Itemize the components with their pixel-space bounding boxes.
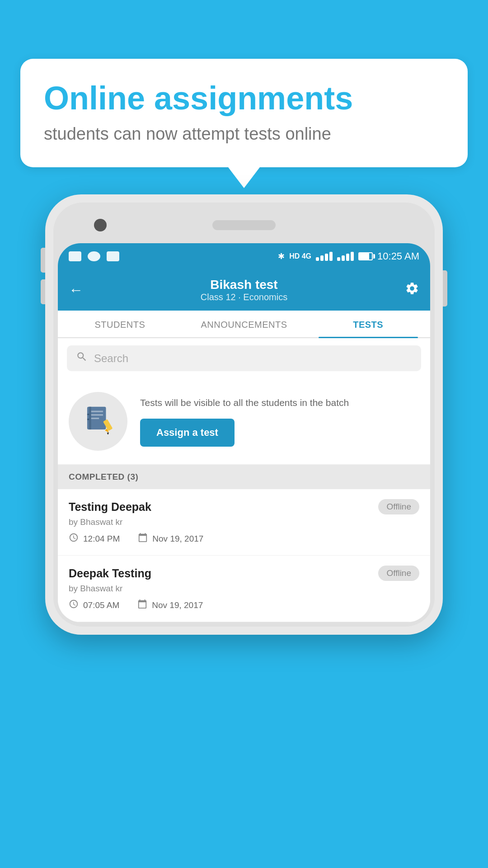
- signal-bar-7: [346, 254, 349, 261]
- search-placeholder: Search: [94, 352, 128, 365]
- test-date: Nov 19, 2017: [152, 534, 203, 544]
- app-icon-1: [69, 251, 81, 261]
- camera: [94, 219, 107, 231]
- assign-content: Tests will be visible to all the student…: [140, 396, 419, 446]
- svg-rect-3: [91, 414, 103, 415]
- assign-section: Tests will be visible to all the student…: [58, 378, 430, 465]
- meta-time: 12:04 PM: [69, 533, 120, 545]
- tab-students[interactable]: STUDENTS: [58, 311, 182, 337]
- signal-bar-1: [316, 257, 319, 261]
- volume-down-button[interactable]: [41, 279, 45, 304]
- svg-rect-1: [89, 407, 91, 429]
- status-bar: ✱ HD 4G: [58, 243, 430, 269]
- calendar-icon: [137, 599, 147, 612]
- app-bar-center: Bikash test Class 12 · Economics: [201, 278, 287, 302]
- svg-rect-6: [87, 419, 89, 420]
- volume-up-button[interactable]: [41, 248, 45, 273]
- svg-marker-9: [107, 433, 109, 434]
- test-item[interactable]: Deepak Testing Offline by Bhaswat kr 07:…: [58, 556, 430, 622]
- app-bar-subtitle: Class 12 · Economics: [201, 292, 287, 302]
- test-time: 12:04 PM: [83, 534, 120, 544]
- battery-icon: [358, 252, 373, 260]
- signal-bar-6: [342, 255, 345, 261]
- bubble-title: Online assignments: [44, 80, 444, 116]
- test-item-title: Testing Deepak: [69, 500, 151, 514]
- offline-badge: Offline: [378, 566, 419, 581]
- search-container: Search: [58, 338, 430, 378]
- test-item-author: by Bhaswat kr: [69, 517, 419, 527]
- calendar-icon: [138, 533, 148, 545]
- whatsapp-icon: [88, 251, 100, 261]
- signal-bar-4: [329, 252, 333, 261]
- completed-header: COMPLETED (3): [58, 465, 430, 489]
- test-date: Nov 19, 2017: [152, 600, 203, 610]
- phone-top: [58, 207, 430, 243]
- bubble-subtitle: students can now attempt tests online: [44, 124, 444, 144]
- svg-rect-2: [91, 411, 103, 412]
- search-bar[interactable]: Search: [67, 345, 421, 371]
- signal-bars: [316, 252, 333, 261]
- tabs: STUDENTS ANNOUNCEMENTS TESTS: [58, 311, 430, 338]
- meta-date: Nov 19, 2017: [138, 533, 203, 545]
- search-icon: [76, 351, 88, 366]
- assign-desc: Tests will be visible to all the student…: [140, 396, 419, 409]
- test-item-author: by Bhaswat kr: [69, 584, 419, 594]
- app-bar-title: Bikash test: [201, 278, 287, 292]
- signal-bar-3: [325, 254, 328, 261]
- signal-bars-2: [337, 252, 354, 261]
- tab-announcements[interactable]: ANNOUNCEMENTS: [182, 311, 306, 337]
- svg-rect-5: [87, 414, 89, 415]
- power-button[interactable]: [443, 270, 447, 307]
- settings-button[interactable]: [405, 281, 419, 299]
- status-right-icons: ✱ HD 4G: [278, 250, 419, 262]
- signal-bar-5: [337, 257, 340, 261]
- screen: ✱ HD 4G: [58, 243, 430, 622]
- gallery-icon: [107, 251, 119, 261]
- speech-bubble: Online assignments students can now atte…: [20, 59, 468, 167]
- bluetooth-icon: ✱: [278, 251, 285, 261]
- test-item-title: Deepak Testing: [69, 567, 151, 580]
- speaker: [212, 220, 276, 230]
- signal-bar-2: [320, 255, 324, 261]
- test-item-meta: 12:04 PM Nov 19, 2017: [69, 533, 419, 545]
- test-item[interactable]: Testing Deepak Offline by Bhaswat kr 12:…: [58, 489, 430, 556]
- assign-test-button[interactable]: Assign a test: [140, 419, 235, 447]
- svg-rect-4: [91, 418, 99, 419]
- offline-badge: Offline: [378, 499, 419, 514]
- clock-icon: [69, 533, 79, 545]
- app-bar: ← Bikash test Class 12 · Economics: [58, 269, 430, 311]
- status-time: 10:25 AM: [377, 250, 419, 262]
- phone-mockup: ✱ HD 4G: [45, 194, 443, 635]
- signal-bar-8: [351, 252, 354, 261]
- meta-date: Nov 19, 2017: [137, 599, 203, 612]
- test-item-meta: 07:05 AM Nov 19, 2017: [69, 599, 419, 612]
- test-item-header: Deepak Testing Offline: [69, 566, 419, 581]
- network-label: HD 4G: [289, 252, 311, 260]
- status-left-icons: [69, 251, 119, 261]
- test-icon-circle: [69, 392, 127, 451]
- back-button[interactable]: ←: [69, 282, 83, 298]
- clock-icon: [69, 599, 79, 612]
- meta-time: 07:05 AM: [69, 599, 119, 612]
- test-item-header: Testing Deepak Offline: [69, 499, 419, 514]
- test-time: 07:05 AM: [83, 600, 119, 610]
- test-icon: [82, 403, 114, 440]
- tab-tests[interactable]: TESTS: [306, 311, 430, 337]
